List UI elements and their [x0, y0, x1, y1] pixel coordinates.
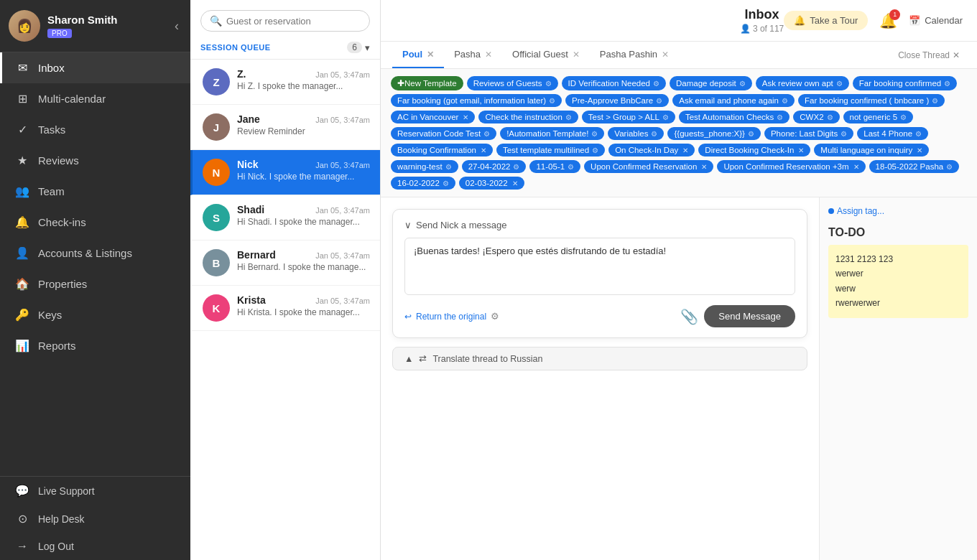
tab-poul[interactable]: Poul ✕ [392, 42, 444, 68]
sidebar-item-multi-calendar[interactable]: ⊞ Multi-calendar [0, 83, 190, 114]
send-message-button[interactable]: Send Message [704, 305, 795, 327]
convo-name: Bernard [237, 249, 276, 261]
sidebar-item-label: Log Out [38, 541, 74, 552]
template-test-automation[interactable]: Test Automation Checks ⚙ [679, 111, 790, 123]
template-upon-confirmed-3m[interactable]: Upon Confirmed Reservation +3m ✕ [717, 160, 865, 173]
sidebar-item-logout[interactable]: → Log Out [0, 533, 190, 560]
template-last-4-phone[interactable]: Last 4 Phone ⚙ [857, 127, 928, 140]
list-item[interactable]: K Krista Jan 05, 3:47am Hi Krista. I spo… [190, 286, 380, 331]
chevron-down-icon[interactable]: ▾ [365, 42, 370, 53]
convo-preview: Hi Shadi. I spoke the manager... [237, 217, 370, 227]
search-box[interactable]: 🔍 [200, 10, 370, 32]
sidebar-item-properties[interactable]: 🏠 Properties [0, 269, 190, 299]
template-upon-confirmed[interactable]: Upon Confirmed Reservation ✕ [584, 160, 713, 173]
template-warning-test[interactable]: warning-test ⚙ [391, 160, 458, 173]
sidebar-item-accounts[interactable]: 👤 Accounts & Listings [0, 238, 190, 269]
sidebar-item-reports[interactable]: 📊 Reports [0, 330, 190, 361]
message-input[interactable]: ¡Buenas tardes! ¡Espero que estés disfru… [404, 238, 795, 295]
collapse-button[interactable]: ‹ [172, 16, 182, 37]
template-damage-deposit[interactable]: Damage deposit ⚙ [670, 76, 752, 90]
sidebar-item-reviews[interactable]: ★ Reviews [0, 145, 190, 176]
settings-icon: ⚙ [739, 80, 746, 88]
template-far-booking-bnbcare[interactable]: Far booking confirmed ( bnbcare ) ⚙ [798, 94, 945, 107]
sidebar-item-keys[interactable]: 🔑 Keys [0, 299, 190, 330]
template-variables[interactable]: Variables ⚙ [608, 127, 664, 140]
convo-name: Z. [237, 68, 246, 80]
tab-close-pasha-pashin[interactable]: ✕ [662, 50, 669, 60]
sidebar-item-team[interactable]: 👥 Team [0, 176, 190, 207]
template-cwx2[interactable]: CWX2 ⚙ [793, 111, 839, 123]
translate-thread-button[interactable]: ▲ ⇄ Translate thread to Russian [392, 347, 807, 370]
convo-date: Jan 05, 3:47am [315, 206, 370, 215]
sidebar-item-checkins[interactable]: 🔔 Check-ins [0, 207, 190, 238]
template-multi-language[interactable]: Multi language on inquiry ✕ [814, 144, 929, 157]
template-booking-confirmation[interactable]: Booking Confirmation ✕ [391, 144, 493, 157]
chat-area: ∨ Send Nick a message ¡Buenas tardes! ¡E… [381, 197, 977, 560]
template-02-03-2022[interactable]: 02-03-2022 ✕ [459, 177, 524, 190]
inbox-title: Inbox [740, 7, 784, 22]
template-far-booking-email[interactable]: Far booking (got email, information late… [391, 94, 562, 107]
template-test-group-all[interactable]: Test > Group > ALL ⚙ [582, 111, 675, 123]
template-test-multilined[interactable]: Test template multilined ⚙ [496, 144, 605, 157]
tab-official-guest[interactable]: Official Guest ✕ [502, 42, 590, 68]
template-on-checkin-day[interactable]: On Check-In Day ✕ [608, 144, 695, 157]
calendar-button[interactable]: 📅 Calendar [909, 15, 963, 26]
template-guests-phone[interactable]: {{guests_phone:X}} ⚙ [667, 127, 761, 140]
tab-close-poul[interactable]: ✕ [427, 50, 434, 60]
todo-card: 1231 2123 123 werwer werw rwerwerwer [828, 245, 968, 318]
list-item[interactable]: B Bernard Jan 05, 3:47am Hi Bernard. I s… [190, 241, 380, 286]
notifications-button[interactable]: 🔔 1 [879, 12, 897, 29]
template-check-instruction[interactable]: Check the instruction ⚙ [478, 111, 578, 123]
template-ask-email-phone[interactable]: Ask email and phone again ⚙ [672, 94, 795, 107]
translate-icon: ⇄ [419, 353, 427, 364]
list-item[interactable]: Z Z. Jan 05, 3:47am Hi Z. I spoke the ma… [190, 60, 380, 105]
template-id-verification[interactable]: ID Verification Needed ⚙ [562, 76, 666, 90]
list-item[interactable]: N Nick Jan 05, 3:47am Hi Nick. I spoke t… [190, 150, 380, 195]
template-ac-vancouver[interactable]: AC in Vancouver ✕ [391, 111, 475, 123]
template-not-generic-5[interactable]: not generic 5 ⚙ [843, 111, 914, 123]
template-pre-approve[interactable]: Pre-Approve BnbCare ⚙ [565, 94, 669, 107]
sidebar-item-label: Inbox [38, 62, 65, 74]
settings-icon: ⚙ [946, 163, 953, 171]
template-reservation-code-test[interactable]: Reservation Code Test ⚙ [391, 127, 496, 140]
template-far-booking-confirmed[interactable]: Far booking confirmed ⚙ [853, 76, 957, 90]
close-thread-button[interactable]: Close Thread ✕ [892, 46, 966, 65]
tab-close-official-guest[interactable]: ✕ [573, 50, 580, 60]
tab-pasha[interactable]: Pasha ✕ [444, 42, 502, 68]
sidebar-item-tasks[interactable]: ✓ Tasks [0, 114, 190, 145]
convo-date: Jan 05, 3:47am [315, 70, 370, 79]
template-11-05-1[interactable]: 11-05-1 ⚙ [529, 160, 580, 173]
sidebar-item-inbox[interactable]: ✉ Inbox [0, 52, 190, 83]
template-reviews-of-guests[interactable]: Reviews of Guests ⚙ [467, 76, 558, 90]
sidebar-item-live-support[interactable]: 💬 Live Support [0, 477, 190, 505]
template-automation-template[interactable]: !Automation Template! ⚙ [500, 127, 604, 140]
template-18-05-pasha[interactable]: 18-05-2022 Pasha ⚙ [869, 160, 960, 173]
template-direct-booking-checkin[interactable]: Direct Booking Check-In ✕ [698, 144, 810, 157]
user-info: Sharon Smith PRO [47, 14, 165, 39]
settings-icon: ⚙ [836, 80, 843, 88]
user-badge: PRO [47, 29, 72, 38]
assign-tag-button[interactable]: Assign tag... [828, 206, 968, 216]
content-area: Inbox 👤 3 of 117 🔔 Take a Tour 🔔 1 [381, 0, 977, 560]
sidebar-item-help-desk[interactable]: ⊙ Help Desk [0, 505, 190, 533]
close-icon: ✕ [463, 113, 468, 121]
search-input[interactable] [226, 16, 361, 27]
template-phone-last-digits[interactable]: Phone: Last Digits ⚙ [764, 127, 853, 140]
tab-pasha-pashin[interactable]: Pasha Pashin ✕ [590, 42, 679, 68]
tab-close-pasha[interactable]: ✕ [485, 50, 492, 60]
settings-icon: ⚙ [782, 97, 788, 105]
list-item[interactable]: S Shadi Jan 05, 3:47am Hi Shadi. I spoke… [190, 195, 380, 241]
close-icon: ✕ [917, 146, 922, 154]
list-item[interactable]: J Jane Jan 05, 3:47am Review Reminder [190, 105, 380, 150]
template-27-04-2022[interactable]: 27-04-2022 ⚙ [462, 160, 527, 173]
return-original-button[interactable]: ↩ Return the original ⚙ [404, 311, 499, 322]
settings-icon[interactable]: ⚙ [491, 311, 499, 322]
take-a-tour-button[interactable]: 🔔 Take a Tour [784, 11, 868, 30]
attachment-icon[interactable]: 📎 [680, 308, 698, 325]
session-queue-header: SESSION QUEUE 6 ▾ [190, 37, 380, 60]
inbox-icon: ✉ [15, 61, 29, 75]
template-16-02-2022[interactable]: 16-02-2022 ⚙ [391, 177, 455, 190]
template-ask-review-own-apt[interactable]: Ask review own apt ⚙ [756, 76, 849, 90]
new-template-button[interactable]: ✚New Template [391, 76, 463, 90]
sidebar-item-label: Team [38, 185, 65, 197]
